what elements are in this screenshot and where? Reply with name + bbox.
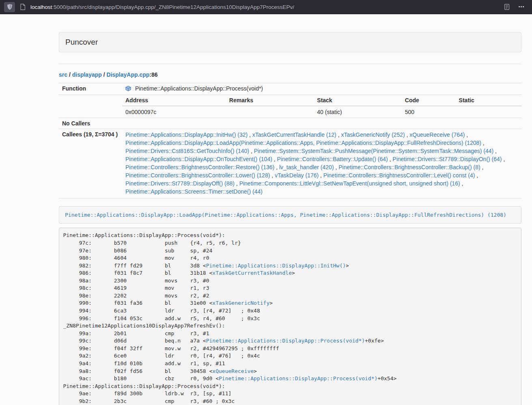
symbol-table: Function Pinetime::Applications::Display… xyxy=(59,83,521,198)
code-value: 500 xyxy=(402,106,456,118)
column-address: Address xyxy=(122,95,226,106)
callee-link[interactable]: Pinetime::Applications::DisplayApp::OnTo… xyxy=(125,156,272,162)
callee-separator: , xyxy=(460,180,463,187)
callee-link[interactable]: xQueueReceive (764) xyxy=(409,131,465,138)
remarks-value xyxy=(226,106,314,118)
page-info-icon[interactable] xyxy=(19,3,27,11)
address-value: 0x0000097c xyxy=(122,106,226,118)
callers-row: No Callers xyxy=(59,118,521,129)
stats-table: Address Remarks Stack Code Static 0x0000… xyxy=(122,95,521,118)
callee-separator: , xyxy=(248,131,252,138)
disassembly-symbol-link[interactable]: xQueueReceive xyxy=(212,368,254,374)
function-row-label: Function xyxy=(59,83,122,95)
callees-row: Callees (19, Σ=3704 ) Pinetime::Applicat… xyxy=(59,129,521,198)
no-callers-label: No Callers xyxy=(59,118,122,129)
callee-separator: , xyxy=(465,131,468,138)
disassembly-symbol-link[interactable]: xTaskGetCurrentTaskHandle xyxy=(212,270,292,276)
stats-row-spacer xyxy=(59,95,122,118)
page-title: Puncover xyxy=(65,38,98,46)
main-content: Puncover src / displayapp / DisplayApp.c… xyxy=(59,14,521,405)
callee-link[interactable]: Pinetime::Controllers::BrightnessControl… xyxy=(338,164,480,170)
app-header-panel: Puncover xyxy=(59,32,521,52)
disassembly-symbol-link[interactable]: xTaskGenericNotify xyxy=(212,300,269,306)
url-bar[interactable]: localhost:5000/path/src/displayapp/Displ… xyxy=(19,3,499,11)
callee-link[interactable]: xTaskGetCurrentTaskHandle (12) xyxy=(252,131,336,138)
callee-link[interactable]: vTaskDelay (176) xyxy=(275,172,319,179)
toolbar-actions: ⋯ xyxy=(503,3,528,11)
callee-separator: , xyxy=(502,156,505,162)
assembly-symbol-heading-link[interactable]: Pinetime::Applications::DisplayApp::Load… xyxy=(65,212,506,218)
stats-row: Address Remarks Stack Code Static 0x0000… xyxy=(59,95,521,118)
no-callers-empty-cell xyxy=(122,118,521,129)
callee-link[interactable]: Pinetime::Controllers::BrightnessControl… xyxy=(125,172,270,179)
callee-link[interactable]: Pinetime::Controllers::Battery::Update()… xyxy=(277,156,388,162)
divider xyxy=(59,64,521,64)
function-row: Function Pinetime::Applications::Display… xyxy=(59,83,521,95)
stats-cell: Address Remarks Stack Code Static 0x0000… xyxy=(122,95,521,118)
breadcrumb-separator: / xyxy=(102,71,107,78)
callee-separator: , xyxy=(249,148,254,154)
assembly-heading-panel: Pinetime::Applications::DisplayApp::Load… xyxy=(59,206,521,224)
callee-link[interactable]: Pinetime::Applications::DisplayApp::Load… xyxy=(125,140,481,146)
callee-link[interactable]: xTaskGenericNotify (252) xyxy=(341,131,405,138)
browser-toolbar: localhost:5000/path/src/displayapp/Displ… xyxy=(0,0,532,14)
column-stack: Stack xyxy=(314,95,401,106)
callee-separator: , xyxy=(274,164,279,170)
url-path: :5000/path/src/displayapp/DisplayApp.cpp… xyxy=(52,4,294,10)
callee-link[interactable]: Pinetime::Applications::DisplayApp::Init… xyxy=(125,131,248,138)
callees-label: Callees (19, Σ=3704 ) xyxy=(59,129,122,198)
breadcrumb-link[interactable]: src xyxy=(59,71,67,78)
callee-link[interactable]: Pinetime::Components::LittleVgl::SetNewT… xyxy=(239,180,460,187)
stack-value: 40 (static) xyxy=(314,106,401,118)
callee-separator: , xyxy=(235,180,239,187)
overflow-menu-icon[interactable]: ⋯ xyxy=(517,3,526,11)
callee-link[interactable]: Pinetime::Drivers::St7789::DisplayOff() … xyxy=(125,180,235,187)
callee-separator: , xyxy=(493,148,497,154)
cube-icon xyxy=(125,86,131,93)
callees-list: Pinetime::Applications::DisplayApp::Init… xyxy=(122,129,521,198)
callee-separator: , xyxy=(405,131,410,138)
callee-separator: , xyxy=(272,156,277,162)
column-remarks: Remarks xyxy=(226,95,314,106)
callee-separator: , xyxy=(270,172,275,179)
callee-link[interactable]: lv_task_handler (420) xyxy=(279,164,334,170)
callee-separator: , xyxy=(481,140,485,146)
disassembly: Pinetime::Applications::DisplayApp::Proc… xyxy=(59,228,521,405)
callee-separator: , xyxy=(475,172,478,179)
callee-link[interactable]: Pinetime::System::SystemTask::PushMessag… xyxy=(254,148,494,154)
disassembly-symbol-link[interactable]: Pinetime::Applications::DisplayApp::Proc… xyxy=(206,338,365,344)
disassembly-symbol-link[interactable]: Pinetime::Applications::DisplayApp::Proc… xyxy=(219,375,377,381)
column-code: Code xyxy=(402,95,456,106)
breadcrumb-link[interactable]: displayapp xyxy=(72,71,102,78)
url-host: localhost xyxy=(30,4,52,10)
callee-link[interactable]: Pinetime::Drivers::Cst816S::GetTouchInfo… xyxy=(125,148,249,154)
callee-link[interactable]: Pinetime::Drivers::St7789::DisplayOn() (… xyxy=(392,156,502,162)
url-text: localhost:5000/path/src/displayapp/Displ… xyxy=(30,4,294,10)
callee-separator: , xyxy=(334,164,339,170)
stats-header-row: Address Remarks Stack Code Static xyxy=(122,95,521,106)
disassembly-symbol-link[interactable]: Pinetime::Applications::DisplayApp::Init… xyxy=(206,263,346,269)
callee-separator: , xyxy=(480,164,484,170)
stats-value-row: 0x0000097c 40 (static) 500 xyxy=(122,106,521,118)
breadcrumb-separator: / xyxy=(67,71,72,78)
callee-separator: , xyxy=(319,172,323,179)
function-name: Pinetime::Applications::DisplayApp::Proc… xyxy=(135,85,263,92)
tracking-protection-button[interactable] xyxy=(4,2,15,12)
callee-separator: , xyxy=(336,131,341,138)
callee-link[interactable]: Pinetime::Applications::Screens::Timer::… xyxy=(125,188,263,195)
shield-icon xyxy=(6,3,14,11)
static-value xyxy=(456,106,521,118)
breadcrumb: src / displayapp / DisplayApp.cpp:86 xyxy=(59,71,521,78)
breadcrumb-link[interactable]: DisplayApp.cpp xyxy=(107,71,150,78)
function-cell: Pinetime::Applications::DisplayApp::Proc… xyxy=(122,83,521,95)
callee-link[interactable]: Pinetime::Controllers::BrightnessControl… xyxy=(125,164,274,170)
breadcrumb-line-number: :86 xyxy=(149,71,157,78)
column-static: Static xyxy=(456,95,521,106)
callee-separator: , xyxy=(388,156,393,162)
callee-link[interactable]: Pinetime::Controllers::BrightnessControl… xyxy=(323,172,475,179)
reader-view-icon[interactable] xyxy=(503,3,511,11)
